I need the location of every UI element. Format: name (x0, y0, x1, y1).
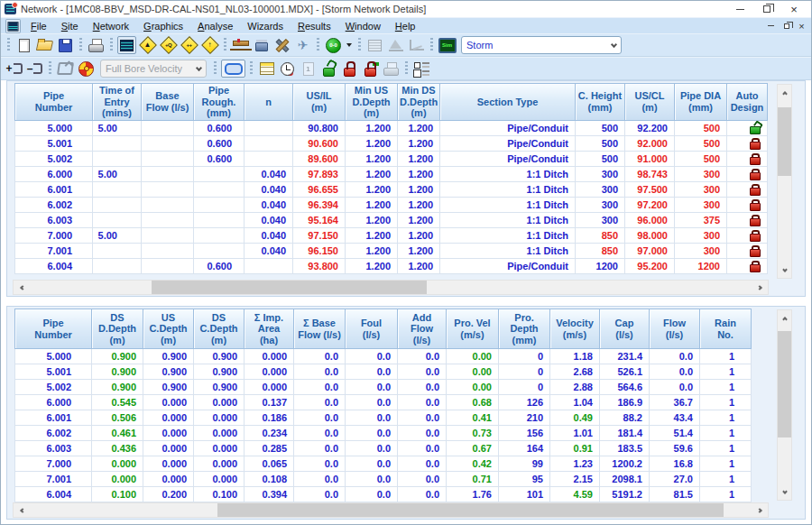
grid-cell[interactable]: 1 (700, 349, 752, 364)
diamond-arrow-icon[interactable] (200, 36, 219, 54)
scroll-down-button[interactable] (778, 484, 791, 500)
padlock-closed-icon[interactable] (750, 230, 761, 242)
grid-cell[interactable] (194, 166, 245, 181)
grid-cell[interactable]: 0.0 (398, 456, 447, 472)
grid-cell[interactable]: 0.100 (92, 487, 143, 502)
pinwheel-icon[interactable] (77, 60, 96, 78)
system-menu-icon[interactable] (5, 19, 21, 33)
grid-cell[interactable]: 1:1 Ditch (440, 212, 576, 227)
grid-cell[interactable]: 2.88 (550, 380, 600, 395)
network-grid-icon[interactable] (117, 36, 136, 54)
scroll-track[interactable] (29, 503, 752, 517)
schedule-icon[interactable] (257, 60, 276, 78)
grid-cell[interactable]: 2098.1 (600, 472, 650, 487)
scroll-track[interactable] (29, 281, 752, 294)
storm-combobox[interactable]: Storm (461, 36, 622, 54)
navigate-icon[interactable] (56, 60, 75, 78)
grid-cell[interactable]: 5.00 (93, 166, 142, 181)
menu-help[interactable]: Help (388, 20, 423, 32)
grid-cell[interactable] (142, 166, 194, 181)
grid-cell[interactable]: 1.76 (447, 487, 499, 502)
grid-cell[interactable]: 98.000 (625, 227, 675, 243)
grid-cell[interactable]: 0.040 (245, 212, 293, 227)
grid-cell[interactable]: 1:1 Ditch (440, 166, 576, 181)
grid-cell[interactable]: 0.0 (346, 395, 398, 410)
grid-cell[interactable]: Pipe/Conduit (440, 120, 576, 135)
grid-cell[interactable]: 231.4 (600, 349, 650, 364)
grid-cell[interactable]: Pipe/Conduit (440, 151, 576, 166)
grid-cell[interactable]: 6.001 (15, 410, 92, 426)
grid-cell[interactable]: 7.001 (15, 472, 92, 487)
grid-cell[interactable]: 500 (576, 151, 625, 166)
grid-cell[interactable]: 0.0 (294, 349, 346, 364)
grid-cell[interactable] (142, 181, 194, 197)
workbench-icon[interactable] (231, 36, 250, 54)
grid-cell[interactable]: 300 (675, 227, 727, 243)
grid-cell[interactable]: 0.900 (92, 349, 143, 364)
grid-cell[interactable]: 95.200 (625, 258, 675, 273)
grid-cell[interactable] (93, 243, 142, 258)
grid-cell[interactable]: 0.065 (245, 456, 294, 472)
grid-cell[interactable]: 300 (576, 197, 625, 212)
grid-cell[interactable] (93, 181, 142, 197)
grid-cell[interactable] (142, 212, 194, 227)
grid-cell[interactable]: 0.0 (294, 456, 346, 472)
grid-cell[interactable]: 0.67 (447, 441, 499, 456)
grid-cell[interactable]: 0.0 (294, 487, 346, 502)
grid-cell[interactable]: 1.200 (346, 197, 398, 212)
grid-cell[interactable]: 375 (675, 212, 727, 227)
grid-cell[interactable]: 0.600 (194, 120, 245, 135)
grid-cell[interactable]: 5.001 (15, 135, 93, 151)
grid-cell[interactable]: 0.000 (245, 380, 294, 395)
padlock-closed-icon[interactable] (750, 261, 761, 272)
grid-cell[interactable]: 0.000 (143, 395, 194, 410)
grid-cell[interactable]: 300 (675, 243, 727, 258)
grid-cell[interactable]: 1.200 (346, 120, 398, 135)
grid-cell[interactable] (727, 227, 768, 243)
grid-cell[interactable]: 0.42 (447, 456, 499, 472)
grid-cell[interactable]: 0.000 (194, 395, 245, 410)
scroll-track[interactable] (778, 100, 791, 262)
grid-cell[interactable]: 1.23 (550, 456, 600, 472)
padlock-closed-icon[interactable] (750, 153, 761, 165)
grid-cell[interactable]: 1.200 (346, 227, 398, 243)
grid-cell[interactable]: 1.200 (346, 181, 398, 197)
print-icon[interactable] (87, 36, 106, 54)
diamond-pond-icon[interactable] (138, 36, 157, 54)
grid-cell[interactable]: 500 (576, 120, 625, 135)
grid-cell[interactable]: 51.4 (650, 426, 700, 441)
grid-cell[interactable]: 0.040 (245, 227, 293, 243)
scroll-track[interactable] (778, 326, 791, 484)
grid-cell[interactable] (93, 258, 142, 273)
manhole-icon[interactable] (252, 36, 271, 54)
grid-cell[interactable]: 1.200 (398, 120, 440, 135)
grid-cell[interactable]: 0.900 (92, 364, 143, 380)
padlock-closed-icon[interactable] (750, 169, 761, 180)
grid-cell[interactable]: 0.000 (194, 441, 245, 456)
grid-cell[interactable]: 5.002 (15, 380, 92, 395)
grid-cell[interactable]: 2.15 (550, 472, 600, 487)
grid-cell[interactable]: 36.7 (650, 395, 700, 410)
grid-cell[interactable]: 156 (499, 426, 550, 441)
grid-cell[interactable] (727, 166, 768, 181)
grid-cell[interactable]: 0 (499, 364, 550, 380)
grid-cell[interactable]: 0.000 (143, 456, 194, 472)
grid-cell[interactable]: 1200 (675, 258, 727, 273)
grid-cell[interactable]: 0.0 (294, 364, 346, 380)
scroll-left-button[interactable] (14, 503, 29, 517)
grid-cell[interactable]: 96.150 (293, 243, 346, 258)
grid-cell[interactable]: 0.000 (194, 472, 245, 487)
grid-cell[interactable]: 500 (576, 135, 625, 151)
grid-cell[interactable]: 0.100 (194, 487, 245, 502)
grid-cell[interactable]: 99 (499, 456, 550, 472)
dropdown-icon[interactable] (345, 36, 354, 54)
grid-cell[interactable] (93, 151, 142, 166)
grid-cell[interactable]: 89.600 (293, 151, 346, 166)
grid-cell[interactable]: 181.4 (600, 426, 650, 441)
grid-cell[interactable]: 1.200 (398, 135, 440, 151)
grid-cell[interactable] (245, 258, 293, 273)
grid-cell[interactable] (727, 243, 768, 258)
grid-cell[interactable]: 1:1 Ditch (440, 243, 576, 258)
maximize-button[interactable] (753, 1, 780, 17)
grid-cell[interactable]: 6.000 (15, 395, 92, 410)
